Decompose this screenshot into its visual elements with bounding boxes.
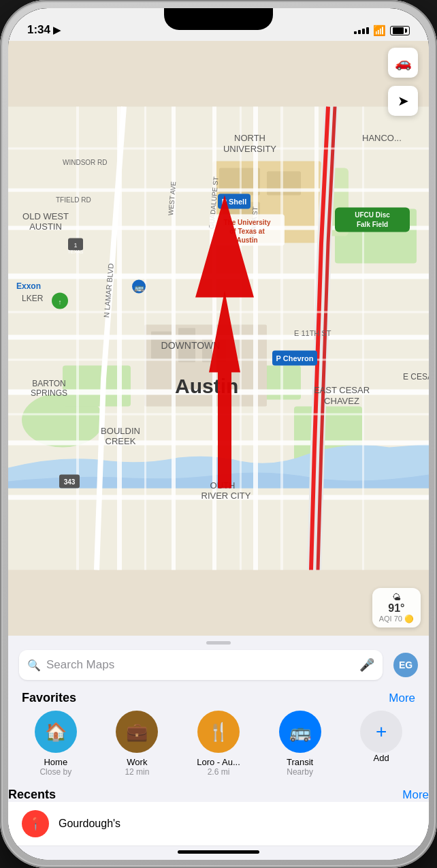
favorite-loro[interactable]: 🍴 Loro - Au... 2.6 mi (178, 711, 259, 777)
svg-text:NORTH: NORTH (234, 133, 265, 143)
phone-frame: 1:34 ▶ 📶 (0, 0, 437, 868)
svg-text:🚌: 🚌 (134, 282, 144, 292)
recents-more-button[interactable]: More (402, 788, 429, 802)
map-area[interactable]: N LAMAR BLVD GUADALUPE ST LAVACA ST WEST… (8, 41, 429, 636)
recents-pin-icon: 📍 (22, 810, 49, 837)
car-mode-button[interactable]: 🚗 (388, 48, 418, 78)
svg-text:Exxon: Exxon (16, 281, 41, 291)
status-icons: 📶 (354, 25, 410, 37)
svg-rect-31 (76, 107, 79, 570)
favorite-transit[interactable]: 🚌 Transit Nearby (259, 711, 341, 777)
time-display: 1:34 (27, 23, 50, 37)
svg-text:E CESAR: E CESAR (403, 372, 429, 382)
svg-text:Falk Field: Falk Field (357, 221, 388, 228)
svg-text:343: 343 (64, 478, 76, 486)
svg-rect-28 (8, 311, 429, 313)
mic-button[interactable]: 🎤 (359, 657, 374, 672)
home-indicator-area (8, 846, 429, 860)
work-label: Work (127, 757, 147, 767)
svg-text:UNIVERSITY: UNIVERSITY (223, 144, 276, 154)
svg-rect-32 (144, 107, 146, 570)
svg-text:EAST CESAR: EAST CESAR (314, 385, 370, 395)
favorites-row: 🏠 Home Close by 💼 Work 12 min 🍴 Loro - A… (8, 711, 429, 785)
home-sublabel: Close by (39, 767, 71, 777)
svg-text:BARTON: BARTON (32, 379, 66, 388)
home-label: Home (44, 757, 67, 767)
svg-text:SPRINGS: SPRINGS (31, 388, 67, 398)
svg-text:Austin: Austin (236, 236, 257, 244)
svg-text:CHAVEZ: CHAVEZ (324, 396, 359, 406)
signal-icon (354, 27, 369, 34)
transit-sublabel: Nearby (287, 767, 313, 777)
home-icon: 🏠 (35, 711, 77, 753)
favorite-work[interactable]: 💼 Work 12 min (97, 711, 178, 777)
wifi-icon: 📶 (373, 25, 386, 37)
search-bar[interactable]: 🔍 Search Maps 🎤 (19, 650, 383, 680)
phone-inner: 1:34 ▶ 📶 (8, 8, 429, 860)
transit-icon: 🚌 (279, 711, 321, 753)
work-icon: 💼 (116, 711, 158, 753)
svg-text:BOULDIN: BOULDIN (101, 426, 140, 436)
search-icon: 🔍 (27, 659, 41, 672)
map-svg: N LAMAR BLVD GUADALUPE ST LAVACA ST WEST… (8, 41, 429, 636)
screen: 1:34 ▶ 📶 (8, 8, 429, 860)
location-button[interactable]: ➤ (388, 86, 418, 116)
svg-text:RIVER CITY: RIVER CITY (201, 491, 251, 501)
work-sublabel: 12 min (125, 767, 149, 777)
svg-text:LKER: LKER (22, 294, 44, 303)
favorites-header: Favorites More (8, 688, 429, 711)
favorites-more-button[interactable]: More (389, 692, 415, 705)
svg-text:HANCO...: HANCO... (362, 133, 402, 143)
avatar-initials: EG (399, 660, 412, 670)
svg-rect-34 (280, 107, 283, 570)
battery-icon (390, 26, 410, 35)
svg-text:WINDSOR RD: WINDSOR RD (63, 159, 108, 166)
favorite-home[interactable]: 🏠 Home Close by (15, 711, 97, 777)
weather-icon: 🌤 (392, 592, 401, 602)
recents-item-label: Gourdough's (59, 818, 120, 830)
add-label: Add (374, 753, 389, 763)
notch (164, 8, 273, 30)
avatar-button[interactable]: EG (393, 653, 418, 677)
weather-aqi: AQI 70 🟡 (379, 615, 414, 623)
search-section: 🔍 Search Maps 🎤 EG (8, 645, 429, 688)
svg-rect-25 (253, 107, 258, 570)
svg-text:DOWNTOWN: DOWNTOWN (161, 340, 221, 351)
svg-rect-23 (172, 107, 176, 570)
svg-text:E 11TH ST: E 11TH ST (294, 329, 331, 337)
svg-rect-27 (8, 148, 429, 150)
svg-text:1: 1 (74, 242, 77, 249)
svg-text:TEXAS: TEXAS (68, 249, 84, 254)
svg-rect-33 (240, 107, 242, 570)
weather-badge: 🌤 91° AQI 70 🟡 (372, 588, 421, 627)
loro-icon: 🍴 (197, 711, 240, 753)
home-indicator (178, 850, 259, 854)
weather-temp: 91° (388, 602, 404, 615)
transit-label: Transit (287, 757, 313, 767)
recents-title: Recents (8, 788, 56, 802)
svg-text:P Chevron: P Chevron (276, 354, 314, 362)
favorites-title: Favorites (22, 691, 76, 705)
svg-text:AUSTIN: AUSTIN (29, 221, 62, 232)
svg-text:OLD WEST: OLD WEST (22, 211, 69, 221)
bottom-sheet: 🔍 Search Maps 🎤 EG Favorites More (8, 636, 429, 860)
svg-text:TFIELD RD: TFIELD RD (56, 196, 91, 204)
status-time: 1:34 ▶ (27, 23, 61, 37)
location-arrow-icon: ▶ (53, 25, 61, 35)
svg-text:UFCU Disc: UFCU Disc (355, 211, 390, 219)
add-icon: + (360, 711, 402, 753)
svg-rect-35 (362, 107, 364, 570)
svg-text:↑: ↑ (59, 298, 62, 306)
recents-header: Recents More (8, 785, 429, 802)
add-favorite[interactable]: + Add (340, 711, 422, 777)
loro-sublabel: 2.6 mi (208, 767, 230, 777)
search-input[interactable]: Search Maps (46, 658, 354, 672)
recents-item-gourdoughs[interactable]: 📍 Gourdough's (8, 802, 429, 846)
map-controls: 🚗 ➤ (388, 48, 418, 116)
loro-label: Loro - Au... (197, 757, 240, 767)
svg-text:CREEK: CREEK (106, 436, 136, 446)
